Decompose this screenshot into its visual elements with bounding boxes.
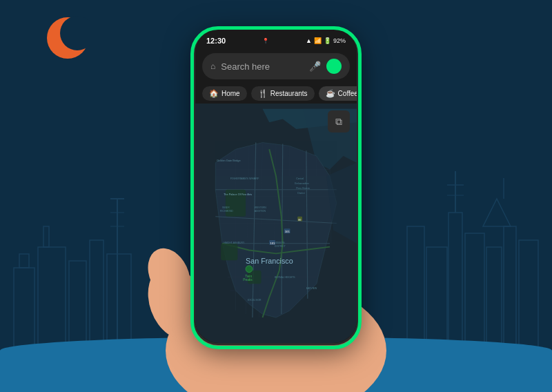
- svg-rect-2: [14, 268, 34, 351]
- svg-text:District: District: [297, 192, 304, 195]
- svg-rect-18: [504, 226, 516, 351]
- svg-text:101: 101: [285, 230, 290, 233]
- svg-text:Peaks: Peaks: [243, 278, 253, 282]
- svg-text:101: 101: [270, 242, 275, 245]
- chips-row: 🏠 Home 🍴 Restaurants ☕ Coffee 2 🍸 B: [195, 84, 357, 104]
- search-placeholder: Search here: [221, 61, 304, 72]
- profile-button[interactable]: [326, 59, 342, 74]
- coffee-chip-icon: ☕: [326, 89, 335, 98]
- svg-text:BAYVIEW: BAYVIEW: [306, 287, 317, 290]
- svg-text:Embarcadero: Embarcadero: [295, 182, 309, 185]
- svg-rect-7: [90, 240, 103, 351]
- sim-icon: 📍: [262, 38, 269, 44]
- moon-icon: [41, 14, 90, 62]
- mic-icon[interactable]: 🎤: [309, 61, 321, 72]
- status-bar: 12:30 📍 ▲ 📶 🔋 92%: [195, 30, 357, 49]
- status-time: 12:30: [206, 37, 226, 45]
- svg-text:San Francisco: San Francisco: [246, 257, 293, 265]
- home-icon-small: ⌂: [210, 61, 215, 71]
- svg-text:Central: Central: [296, 177, 304, 180]
- svg-text:INNER: INNER: [222, 206, 230, 209]
- svg-text:BERNAL HEIGHTS: BERNAL HEIGHTS: [275, 276, 295, 279]
- status-icons: ▲ 📶 🔋 92%: [306, 37, 346, 44]
- svg-text:RICHMOND: RICHMOND: [220, 210, 233, 213]
- svg-rect-16: [465, 233, 484, 351]
- signal-icon: 📶: [314, 37, 322, 44]
- chip-home[interactable]: 🏠 Home: [202, 86, 247, 101]
- svg-rect-6: [69, 261, 86, 351]
- layer-button[interactable]: ⧉: [328, 110, 350, 133]
- wifi-icon: ▲: [306, 37, 312, 44]
- battery-icon: 🔋: [324, 37, 331, 44]
- layer-icon: ⧉: [335, 116, 342, 128]
- svg-rect-17: [486, 247, 502, 351]
- svg-text:DISTRICT: DISTRICT: [275, 245, 286, 248]
- svg-text:WESTERN: WESTERN: [255, 206, 267, 209]
- chip-coffee[interactable]: ☕ Coffee 2: [319, 86, 357, 101]
- svg-rect-15: [448, 213, 462, 351]
- svg-text:FISHERMAN'S WHARF: FISHERMAN'S WHARF: [230, 177, 259, 180]
- svg-text:MISSION: MISSION: [275, 242, 285, 244]
- chip-restaurants[interactable]: 🍴 Restaurants: [251, 86, 315, 101]
- svg-text:80: 80: [298, 218, 301, 222]
- svg-text:EXCELSIOR: EXCELSIOR: [248, 299, 262, 302]
- svg-text:The Palace Of Fine Arts: The Palace Of Fine Arts: [224, 193, 252, 196]
- svg-marker-23: [483, 199, 511, 226]
- home-chip-icon: 🏠: [209, 89, 219, 98]
- chip-coffee-label: Coffee: [338, 90, 357, 97]
- chip-home-label: Home: [221, 90, 240, 97]
- svg-rect-5: [43, 226, 49, 247]
- map-svg: FISHERMAN'S WHARF Central Embarcadero Pi…: [195, 104, 357, 343]
- battery-percent: 92%: [333, 37, 346, 44]
- phone: 12:30 📍 ▲ 📶 🔋 92% ⌂ Search here 🎤: [193, 28, 359, 345]
- map-area[interactable]: FISHERMAN'S WHARF Central Embarcadero Pi…: [195, 104, 357, 343]
- svg-rect-64: [221, 244, 237, 260]
- svg-rect-19: [519, 240, 538, 351]
- svg-text:ADDITION: ADDITION: [255, 210, 266, 213]
- search-bar[interactable]: ⌂ Search here 🎤: [202, 53, 350, 79]
- restaurants-chip-icon: 🍴: [258, 89, 268, 98]
- svg-rect-4: [38, 247, 66, 351]
- svg-text:HAIGHT-ASHBURY: HAIGHT-ASHBURY: [224, 242, 245, 244]
- svg-rect-3: [19, 254, 29, 268]
- svg-text:Golden Gate Bridge: Golden Gate Bridge: [217, 159, 240, 162]
- background: 12:30 📍 ▲ 📶 🔋 92% ⌂ Search here 🎤: [0, 0, 552, 392]
- chip-restaurants-label: Restaurants: [270, 90, 308, 97]
- svg-point-84: [246, 266, 253, 273]
- svg-text:Piers Historic: Piers Historic: [296, 187, 310, 190]
